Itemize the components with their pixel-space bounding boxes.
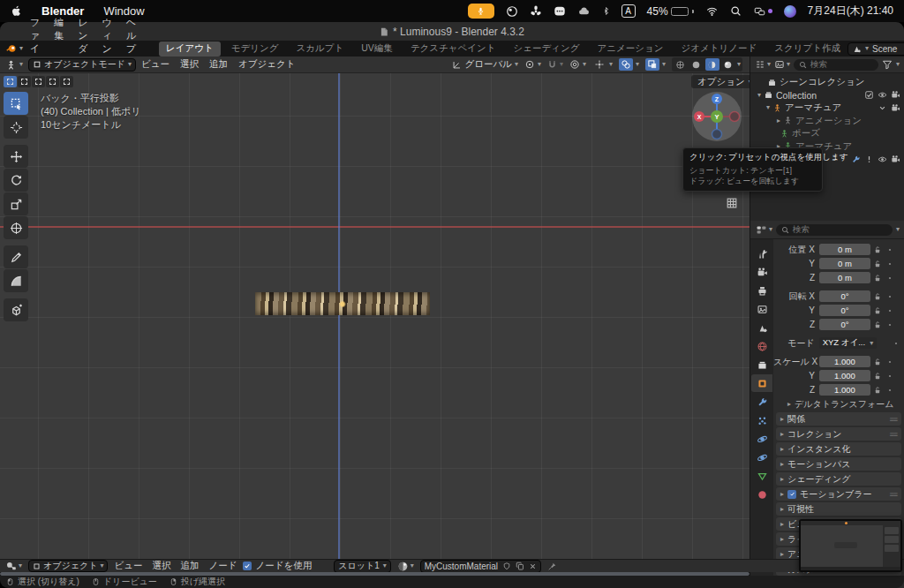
- outliner-row[interactable]: ▸アニメーション: [750, 115, 904, 128]
- gizmo-y-label[interactable]: Y: [714, 113, 719, 121]
- properties-tab-collection[interactable]: [751, 356, 772, 373]
- show-gizmo-dropdown[interactable]: ▾: [592, 58, 613, 71]
- animate-dot[interactable]: [885, 246, 895, 253]
- material-browser[interactable]: ▾: [397, 561, 414, 572]
- shader-menu-選択[interactable]: 選択: [152, 560, 170, 572]
- select-mode-button-1[interactable]: [4, 76, 17, 87]
- annotate-tool[interactable]: [4, 245, 28, 268]
- outliner-filter-mode[interactable]: ▾: [774, 59, 790, 70]
- measure-tool[interactable]: [4, 269, 28, 292]
- value-field[interactable]: 1.000: [819, 356, 870, 367]
- properties-tab-output[interactable]: [751, 282, 772, 299]
- camera-icon[interactable]: [891, 90, 900, 100]
- value-field[interactable]: 0°: [819, 319, 870, 330]
- navigation-gizmo[interactable]: Z X Y: [691, 91, 742, 142]
- properties-options-chevron[interactable]: ▾: [896, 226, 900, 233]
- mode-selector[interactable]: オブジェクトモード▾: [28, 58, 136, 72]
- lock-icon[interactable]: [870, 320, 885, 329]
- animate-dot[interactable]: [885, 387, 895, 394]
- properties-tab-scene[interactable]: [751, 319, 772, 336]
- menubar-clock[interactable]: 7月24日(木) 21:40: [808, 4, 893, 19]
- section-モーションパス[interactable]: ▸モーションパス: [776, 457, 901, 471]
- move-tool[interactable]: [4, 145, 28, 168]
- outliner-options-chevron[interactable]: ▾: [896, 61, 900, 68]
- value-field[interactable]: 1.000: [819, 384, 870, 396]
- section-インスタンス化[interactable]: ▸インスタンス化: [776, 442, 901, 456]
- value-field[interactable]: 0 m: [819, 244, 870, 255]
- funnel-filter-icon[interactable]: [882, 59, 893, 70]
- properties-search-input[interactable]: 検索: [776, 224, 893, 236]
- workspace-tab[interactable]: スクリプト作成: [767, 41, 848, 57]
- pivot-point-selector[interactable]: ▾: [524, 59, 541, 70]
- eye-icon[interactable]: [878, 90, 887, 100]
- use-nodes-toggle[interactable]: ノードを使用: [243, 560, 312, 572]
- mode-dropdown[interactable]: XYZ オイ...▾: [819, 337, 878, 349]
- pin-icon[interactable]: [547, 562, 557, 571]
- outliner-row[interactable]: ポーズ: [750, 127, 904, 140]
- properties-tab-object[interactable]: [751, 374, 772, 392]
- viewport-canvas[interactable]: [0, 73, 750, 559]
- viewport-menu-選択[interactable]: 選択: [180, 58, 199, 71]
- editor-type-button[interactable]: ▾: [5, 59, 23, 71]
- section-可視性[interactable]: ▸可視性: [776, 502, 901, 516]
- low-poly-mesh-object[interactable]: [255, 292, 430, 315]
- grip-icon[interactable]: ≡≡: [889, 490, 897, 499]
- lock-icon[interactable]: [870, 292, 885, 301]
- viewport-menu-ビュー[interactable]: ビュー: [141, 58, 170, 71]
- workspace-tab[interactable]: アニメーション: [591, 41, 671, 57]
- properties-editor-type[interactable]: ▾: [756, 224, 772, 236]
- blender-menu-button[interactable]: ▾: [5, 43, 23, 54]
- battery-indicator[interactable]: 45%: [647, 5, 694, 18]
- lock-icon[interactable]: [870, 372, 885, 381]
- select-mode-button-5[interactable]: [60, 76, 73, 87]
- gizmo-x-label[interactable]: X: [697, 114, 702, 120]
- grip-icon[interactable]: ≡≡: [889, 430, 897, 439]
- shader-editor-type[interactable]: ▾: [5, 561, 22, 572]
- lock-icon[interactable]: [870, 274, 885, 283]
- workspace-tab[interactable]: モデリング: [224, 41, 286, 57]
- shading-wireframe-button[interactable]: [674, 58, 688, 71]
- lock-icon[interactable]: [870, 245, 885, 254]
- lock-icon[interactable]: [870, 358, 885, 366]
- outliner-search-input[interactable]: 検索: [794, 59, 878, 71]
- cursor-3d-tool[interactable]: [4, 116, 28, 139]
- viewport-options-button[interactable]: オプション▾: [691, 75, 758, 88]
- obs-status-icon[interactable]: [506, 5, 518, 18]
- gizmo-z-label[interactable]: Z: [715, 96, 719, 102]
- rotate-tool[interactable]: [4, 169, 28, 192]
- workspace-tab[interactable]: シェーディング: [507, 41, 587, 57]
- camera-icon[interactable]: [891, 155, 900, 164]
- cloud-status-icon[interactable]: [577, 5, 591, 17]
- select-box-tool[interactable]: [4, 92, 28, 115]
- outliner-display-mode[interactable]: ▾: [755, 59, 771, 70]
- animate-dot[interactable]: [885, 321, 895, 328]
- value-field[interactable]: 0 m: [819, 258, 870, 269]
- properties-tab-tool[interactable]: [751, 245, 772, 262]
- wrench-icon[interactable]: [851, 155, 861, 164]
- wifi-icon[interactable]: [705, 6, 719, 17]
- animate-dot[interactable]: [885, 260, 895, 268]
- spotlight-search-icon[interactable]: [730, 5, 742, 17]
- properties-tab-world[interactable]: [751, 337, 772, 355]
- scene-selector[interactable]: ▾ Scene: [848, 42, 904, 56]
- siri-icon[interactable]: [784, 5, 796, 18]
- outliner-row[interactable]: ▾アーマチュア: [750, 102, 904, 115]
- apple-logo-icon[interactable]: [11, 4, 22, 18]
- shader-type-selector[interactable]: オブジェクト▾: [28, 560, 108, 572]
- expand-chevron-icon[interactable]: ▸: [777, 117, 780, 124]
- workspace-tab[interactable]: スカルプト: [290, 41, 351, 57]
- animate-dot[interactable]: [885, 307, 895, 314]
- animate-dot[interactable]: [891, 340, 901, 347]
- camera-icon[interactable]: [891, 103, 900, 113]
- section-checkbox[interactable]: [787, 490, 796, 499]
- fan-status-icon[interactable]: [530, 5, 542, 18]
- check-icon[interactable]: [864, 90, 874, 100]
- show-overlays-dropdown[interactable]: ▾: [619, 58, 639, 71]
- section-シェーディング[interactable]: ▸シェーディング: [776, 472, 901, 486]
- value-field[interactable]: 0°: [819, 305, 870, 316]
- section-コレクション[interactable]: ▸コレクション≡≡: [776, 427, 901, 441]
- screen-mirroring-indicator[interactable]: [753, 6, 772, 17]
- section-モーションブラー[interactable]: ▸モーションブラー≡≡: [776, 487, 901, 501]
- fake-user-shield-icon[interactable]: [502, 562, 511, 571]
- proportional-editing-toggle[interactable]: ▾: [569, 59, 586, 70]
